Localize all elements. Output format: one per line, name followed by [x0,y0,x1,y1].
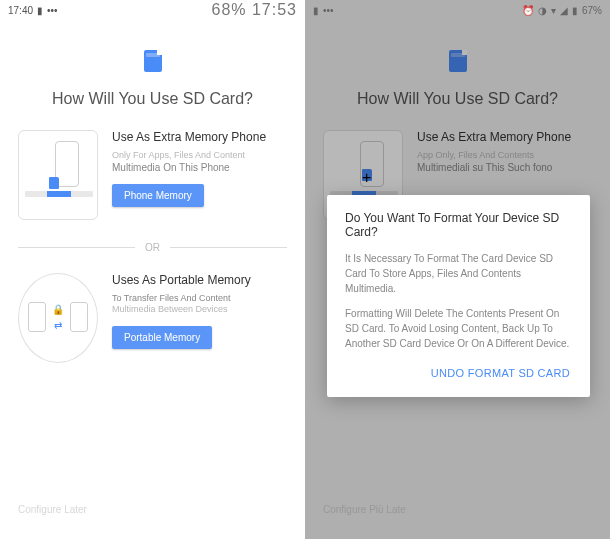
phone-memory-illustration [18,130,98,220]
option-phone-memory: Use As Extra Memory Phone Only For Apps,… [0,130,305,242]
status-bar-left: 17:40 ▮ ••• 68% 17:53 [0,0,305,20]
portable-memory-button[interactable]: Portable Memory [112,326,212,349]
option2-sub2: Multimedia Between Devices [112,304,287,316]
left-screen: 17:40 ▮ ••• 68% 17:53 How Will You Use S… [0,0,305,539]
configure-later-link[interactable]: Configure Later [18,504,87,515]
alarm-icon: ⏰ [522,5,534,16]
page-title: How Will You Use SD Card? [0,90,305,108]
more-icon: ••• [47,5,58,16]
battery-pct: 67% [582,5,602,16]
dialog-body-2: Formatting Will Delete The Contents Pres… [345,306,572,351]
status-center: 68% 17:53 [211,1,297,19]
portable-memory-illustration: 🔒 ⇄ [18,273,98,363]
undo-format-button[interactable]: UNDO FORMAT SD CARD [429,361,572,385]
sim-icon: ▮ [313,5,319,16]
lock-icon: 🔒 [52,304,64,315]
transfer-arrows-icon: ⇄ [54,320,62,331]
dialog-title: Do You Want To Format Your Device SD Car… [345,211,572,239]
time-label: 17:40 [8,5,33,16]
option2-sub1: To Transfer Files And Content [112,293,287,305]
sd-card-icon [144,50,162,72]
format-dialog: Do You Want To Format Your Device SD Car… [327,195,590,397]
or-label: OR [135,242,170,253]
option1-title: Use As Extra Memory Phone [112,130,287,146]
or-divider: OR [0,242,305,253]
dialog-body-1: It Is Necessary To Format The Card Devic… [345,251,572,296]
more-icon: ••• [323,5,334,16]
sim-icon: ▮ [37,5,43,16]
right-screen: ▮ ••• ⏰ ◑ ▾ ◢ ▮ 67% How Will You Use SD … [305,0,610,539]
cell-icon: ◢ [560,5,568,16]
option2-title: Uses As Portable Memory [112,273,287,289]
option1-sub2: Multimedia On This Phone [112,161,287,174]
status-bar-right: ▮ ••• ⏰ ◑ ▾ ◢ ▮ 67% [305,0,610,20]
signal-icon: ▾ [551,5,556,16]
option-portable-memory: 🔒 ⇄ Uses As Portable Memory To Transfer … [0,273,305,385]
wifi-icon: ◑ [538,5,547,16]
option1-sub1: Only For Apps, Files And Content [112,150,287,162]
phone-memory-button[interactable]: Phone Memory [112,184,204,207]
battery-icon: ▮ [572,5,578,16]
